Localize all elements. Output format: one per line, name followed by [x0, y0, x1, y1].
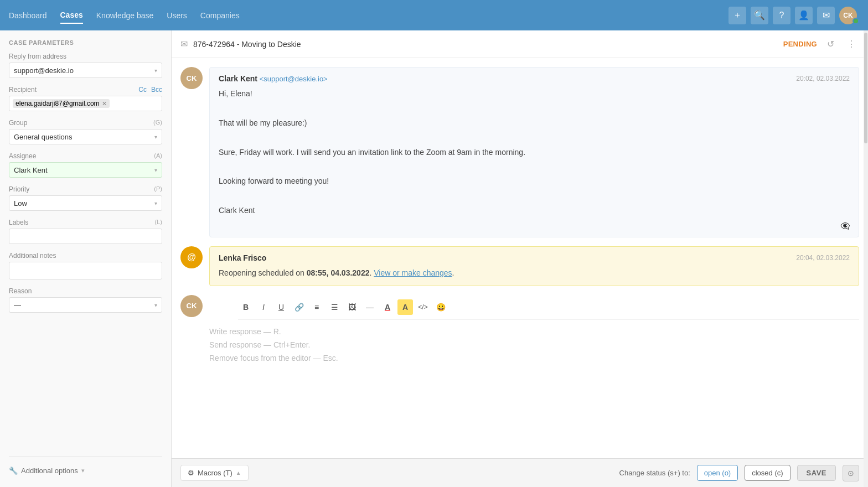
history-icon[interactable]: ↺ [823, 37, 838, 52]
save-button[interactable]: SAVE [797, 465, 836, 481]
email-icon[interactable]: ✉ [817, 7, 835, 24]
sender-name: Clark Kent [219, 74, 257, 83]
wrench-icon: 🔧 [9, 467, 18, 475]
message-content: Clark Kent <support@deskie.io> 20:02, 02… [209, 67, 859, 237]
list-button[interactable]: ☰ [327, 299, 342, 315]
message-time: 20:02, 02.03.2022 [796, 75, 850, 82]
labels-field: Labels (L) [9, 219, 162, 244]
open-status-button[interactable]: open (o) [697, 465, 738, 481]
image-button[interactable]: 🖼 [344, 299, 360, 315]
chevron-down-icon: ▾ [154, 167, 157, 173]
assignee-field: Assignee (A) Clark Kent ▾ [9, 152, 162, 178]
scrollbar-thumb[interactable] [864, 33, 867, 143]
additional-notes-input[interactable] [9, 262, 162, 279]
remove-recipient-icon[interactable]: ✕ [102, 100, 107, 107]
reply-from-field: Reply from address support@deskie.io ▾ [9, 53, 162, 78]
sender-email: <support@deskie.io> [260, 75, 328, 83]
code-button[interactable]: </> [415, 299, 431, 315]
notification-body: Reopening scheduled on 08:55, 04.03.2022… [219, 267, 850, 279]
nav-dashboard[interactable]: Dashboard [9, 8, 47, 23]
reply-editor-block: CK B I U 🔗 ≡ ☰ 🖼 — A A </> [180, 295, 859, 365]
recipient-field: Recipient Cc Bcc elena.gaidarji87@gmail.… [9, 86, 162, 111]
recipient-label: Recipient Cc Bcc [9, 86, 162, 94]
nav-action-icons: ＋ 🔍 ? 👤 ✉ CK [728, 7, 859, 24]
recipient-tags-input[interactable]: elena.gaidarji87@gmail.com ✕ [9, 96, 162, 111]
italic-button[interactable]: I [256, 299, 271, 315]
editor-placeholder-line3: Remove focus from the editor — Esc. [209, 352, 859, 365]
group-field: Group (G) General questions ▾ [9, 119, 162, 144]
priority-field: Priority (P) Low ▾ [9, 185, 162, 211]
sidebar-footer: 🔧 Additional options ▾ [9, 456, 162, 478]
align-button[interactable]: ≡ [309, 299, 324, 315]
notification-content: Lenka Frisco 20:04, 02.03.2022 Reopening… [209, 246, 859, 286]
notification-time: 20:04, 02.03.2022 [796, 254, 850, 262]
recipient-tag: elena.gaidarji87@gmail.com ✕ [13, 99, 110, 108]
help-icon[interactable]: ? [773, 7, 790, 24]
case-header: ✉ 876-472964 - Moving to Deskie PENDING … [172, 30, 868, 58]
group-label: Group (G) [9, 119, 162, 127]
email-icon: ✉ [180, 39, 188, 49]
font-color-button[interactable]: A [380, 299, 395, 315]
scrollbar-track [864, 30, 868, 487]
chevron-down-icon: ▾ [81, 467, 85, 474]
sidebar-section-title: CASE PARAMETERS [9, 39, 162, 46]
message-header: Clark Kent <support@deskie.io> 20:02, 02… [219, 74, 850, 83]
more-options-icon[interactable]: ⋮ [844, 37, 859, 52]
message-body: Hi, Elena! That will be my pleasure:) Su… [219, 87, 850, 217]
macros-button[interactable]: ⚙ Macros (T) ▲ [180, 465, 249, 481]
messages-area: CK Clark Kent <support@deskie.io> 20:02,… [172, 58, 868, 458]
save-options-icon[interactable]: ⊙ [843, 465, 859, 481]
reply-from-label: Reply from address [9, 53, 162, 60]
nav-cases[interactable]: Cases [60, 7, 83, 24]
chevron-up-icon: ▲ [236, 470, 241, 476]
additional-notes-field: Additional notes [9, 252, 162, 279]
view-make-changes-link[interactable]: View or make changes [374, 268, 452, 277]
reply-editor-container: B I U 🔗 ≡ ☰ 🖼 — A A </> 😀 [209, 295, 859, 365]
chevron-down-icon: ▾ [154, 302, 157, 308]
emoji-button[interactable]: 😀 [433, 299, 448, 315]
agent-icon[interactable]: 👤 [795, 7, 813, 24]
status-badge: PENDING [783, 40, 817, 48]
editor-body[interactable]: Write response — R. Send response — Ctrl… [209, 320, 859, 365]
additional-notes-label: Additional notes [9, 252, 162, 260]
priority-dropdown[interactable]: Low ▾ [9, 195, 162, 211]
reason-field: Reason — ▾ [9, 287, 162, 313]
labels-label: Labels (L) [9, 219, 162, 226]
change-status-label: Change status (s+) to: [619, 469, 690, 477]
underline-button[interactable]: U [273, 299, 289, 315]
assignee-dropdown[interactable]: Clark Kent ▾ [9, 162, 162, 178]
bold-button[interactable]: B [238, 299, 254, 315]
reason-dropdown[interactable]: — ▾ [9, 297, 162, 313]
nav-users[interactable]: Users [167, 8, 187, 23]
reply-from-dropdown[interactable]: support@deskie.io ▾ [9, 63, 162, 78]
editor-placeholder-line1: Write response — R. [209, 325, 859, 339]
status-dot [852, 18, 859, 24]
font-highlight-button[interactable]: A [397, 299, 413, 315]
sender-info: Clark Kent <support@deskie.io> [219, 74, 328, 83]
bottom-bar: ⚙ Macros (T) ▲ Change status (s+) to: op… [172, 458, 868, 487]
hide-message-icon[interactable]: 👁‍🗨 [219, 221, 850, 230]
chevron-down-icon: ▾ [154, 134, 157, 140]
nav-companies[interactable]: Companies [200, 8, 240, 23]
add-icon[interactable]: ＋ [728, 7, 746, 24]
nav-knowledge-base[interactable]: Knowledge base [96, 8, 154, 23]
bcc-button[interactable]: Bcc [151, 86, 162, 94]
search-icon[interactable]: 🔍 [751, 7, 768, 24]
additional-options-button[interactable]: 🔧 Additional options ▾ [9, 463, 162, 478]
group-dropdown[interactable]: General questions ▾ [9, 129, 162, 144]
closed-status-button[interactable]: closed (c) [745, 465, 790, 481]
link-button[interactable]: 🔗 [291, 299, 307, 315]
case-title: 876-472964 - Moving to Deskie [193, 40, 778, 49]
editor-toolbar: B I U 🔗 ≡ ☰ 🖼 — A A </> 😀 [238, 295, 859, 320]
labels-input[interactable] [9, 229, 162, 244]
chevron-down-icon: ▾ [154, 68, 157, 74]
priority-label: Priority (P) [9, 185, 162, 193]
main-layout: CASE PARAMETERS Reply from address suppo… [0, 30, 868, 487]
separator-button[interactable]: — [362, 299, 378, 315]
editor-placeholder-line2: Send response — Ctrl+Enter. [209, 339, 859, 352]
notification-sender: Lenka Frisco [219, 253, 266, 262]
notification-item: @ Lenka Frisco 20:04, 02.03.2022 Reopeni… [180, 246, 859, 286]
sender-avatar: CK [180, 67, 203, 89]
content-area: ✉ 876-472964 - Moving to Deskie PENDING … [172, 30, 868, 487]
cc-button[interactable]: Cc [138, 86, 147, 94]
